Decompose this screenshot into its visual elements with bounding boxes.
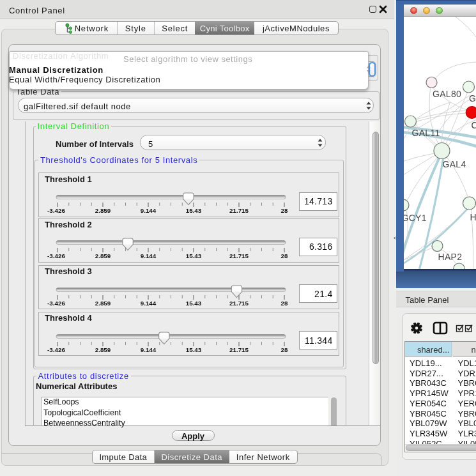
- svg-text:21.715: 21.715: [229, 300, 249, 307]
- svg-text:15.43: 15.43: [186, 207, 202, 214]
- svg-text:15.43: 15.43: [186, 252, 202, 259]
- svg-text:9.144: 9.144: [141, 300, 157, 307]
- svg-text:GAL80: GAL80: [433, 89, 461, 99]
- svg-text:HI: HI: [470, 212, 476, 222]
- svg-text:2.859: 2.859: [95, 300, 111, 307]
- svg-text:-3.426: -3.426: [47, 300, 65, 307]
- svg-text:21.715: 21.715: [229, 346, 249, 353]
- svg-text:9.144: 9.144: [141, 346, 157, 353]
- svg-text:2.859: 2.859: [95, 346, 111, 353]
- svg-text:15.43: 15.43: [186, 346, 202, 353]
- svg-text:-3.426: -3.426: [47, 252, 65, 259]
- svg-text:GAL4: GAL4: [442, 159, 466, 169]
- svg-text:21.715: 21.715: [229, 207, 249, 214]
- svg-text:28: 28: [281, 346, 288, 353]
- svg-text:9.144: 9.144: [141, 207, 157, 214]
- svg-text:15.43: 15.43: [186, 300, 202, 307]
- svg-text:2.859: 2.859: [95, 252, 111, 259]
- svg-text:28: 28: [281, 300, 288, 307]
- svg-text:GA: GA: [469, 93, 476, 104]
- svg-text:GCY1: GCY1: [404, 213, 427, 223]
- svg-text:-3.426: -3.426: [47, 207, 65, 214]
- svg-text:2.859: 2.859: [95, 207, 111, 214]
- svg-text:28: 28: [281, 207, 288, 214]
- svg-text:28: 28: [281, 252, 288, 259]
- svg-text:HAP2: HAP2: [438, 252, 462, 262]
- svg-text:21.715: 21.715: [229, 252, 249, 259]
- svg-text:GAL11: GAL11: [411, 128, 440, 138]
- svg-text:-3.426: -3.426: [47, 346, 65, 353]
- svg-text:9.144: 9.144: [141, 252, 157, 259]
- svg-text:CY: CY: [471, 120, 476, 130]
